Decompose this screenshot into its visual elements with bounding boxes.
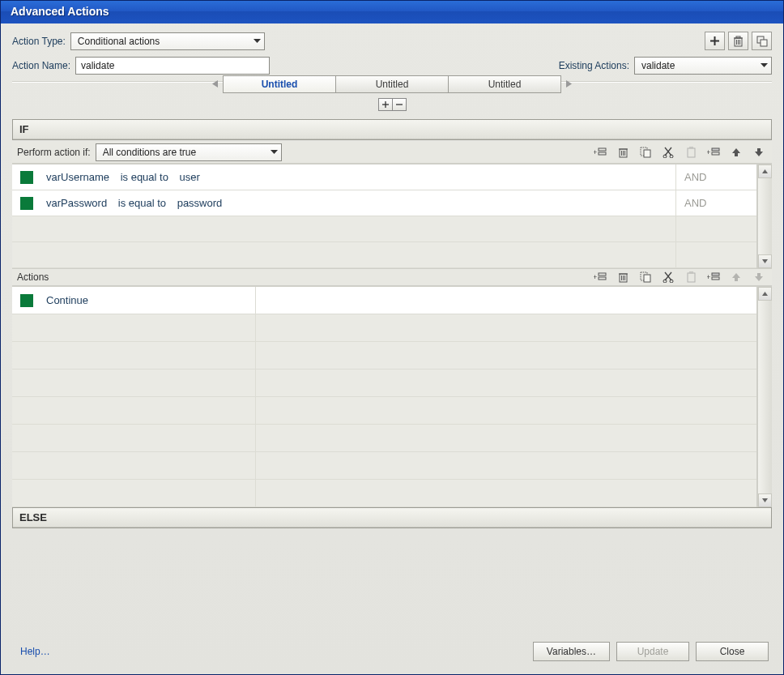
- svg-rect-20: [599, 152, 606, 155]
- scroll-down-icon[interactable]: [758, 254, 772, 268]
- existing-actions-dropdown[interactable]: validate: [634, 57, 772, 75]
- trash-icon: [618, 147, 628, 158]
- tab-untitled-1[interactable]: Untitled: [223, 75, 336, 93]
- action-row[interactable]: Continue: [12, 287, 756, 314]
- add-tab-button[interactable]: [378, 98, 393, 111]
- add-row-icon: +: [594, 271, 607, 283]
- move-action-down-button[interactable]: [752, 271, 765, 284]
- delete-action-row-button[interactable]: [616, 271, 629, 284]
- insert-row-icon: +: [707, 271, 720, 283]
- chevron-down-icon: [752, 63, 768, 68]
- close-button[interactable]: Close: [696, 642, 769, 661]
- action-type-dropdown[interactable]: Conditional actions: [70, 32, 265, 50]
- scroll-up-icon[interactable]: [758, 164, 772, 178]
- row-marker-icon: [20, 197, 33, 210]
- update-button[interactable]: Update: [616, 642, 689, 661]
- row-marker-icon: [20, 171, 33, 184]
- row-action-type: Action Type: Conditional actions: [12, 32, 772, 50]
- action-text: Continue: [41, 294, 255, 306]
- svg-rect-59: [712, 277, 719, 280]
- condition-row-empty[interactable]: [12, 216, 756, 242]
- paste-action-row-button[interactable]: [684, 271, 697, 284]
- move-condition-up-button[interactable]: [730, 146, 743, 159]
- action-type-value: Conditional actions: [78, 36, 160, 47]
- action-row-empty[interactable]: [12, 342, 756, 370]
- cut-action-row-button[interactable]: [662, 271, 675, 284]
- insert-row-icon: +: [707, 147, 720, 158]
- svg-marker-40: [762, 259, 768, 263]
- move-condition-down-button[interactable]: [752, 146, 765, 159]
- action-row-empty[interactable]: [12, 370, 756, 397]
- action-row-empty[interactable]: [12, 314, 756, 342]
- svg-rect-56: [689, 271, 693, 274]
- variables-button[interactable]: Variables…: [533, 642, 610, 661]
- insert-action-row-button[interactable]: +: [707, 271, 720, 284]
- if-panel-header: IF: [13, 120, 771, 139]
- decision-tabstrip: Untitled Untitled Untitled: [12, 75, 772, 93]
- actions-grid: Continue: [12, 287, 757, 507]
- tab-untitled-3[interactable]: Untitled: [448, 75, 561, 93]
- tab-scroll-left[interactable]: [207, 80, 223, 89]
- if-body: Perform action if: All conditions are tr…: [12, 142, 772, 507]
- trash-icon: [733, 36, 744, 47]
- tab-untitled-2[interactable]: Untitled: [335, 75, 449, 93]
- copy-action-row-button[interactable]: [639, 271, 652, 284]
- svg-text:+: +: [707, 148, 710, 156]
- arrow-down-icon: [754, 147, 764, 157]
- svg-rect-27: [644, 150, 650, 157]
- condition-join[interactable]: AND: [675, 164, 756, 190]
- action-name-value: validate: [81, 60, 114, 71]
- action-row-empty[interactable]: [12, 425, 756, 452]
- scroll-up-icon[interactable]: [758, 287, 772, 301]
- condition-join[interactable]: AND: [675, 190, 756, 216]
- add-condition-button[interactable]: +: [594, 146, 607, 159]
- condition-row[interactable]: varPassword is equal to password AND: [12, 190, 756, 216]
- cut-condition-button[interactable]: [662, 146, 675, 159]
- delete-condition-button[interactable]: [616, 146, 629, 159]
- insert-condition-button[interactable]: +: [707, 146, 720, 159]
- remove-tab-button[interactable]: [392, 98, 407, 111]
- delete-action-button[interactable]: [728, 32, 748, 50]
- actions-scrollbar[interactable]: [757, 287, 772, 507]
- action-row-empty[interactable]: [12, 480, 756, 507]
- conditions-grid: varUsername is equal to user AND varPass…: [12, 164, 757, 268]
- duplicate-action-button[interactable]: [752, 32, 772, 50]
- existing-actions-label: Existing Actions:: [559, 60, 629, 71]
- svg-marker-11: [761, 63, 768, 67]
- tab-scroll-right[interactable]: [561, 80, 577, 89]
- action-row-empty[interactable]: [12, 452, 756, 480]
- svg-marker-61: [755, 273, 763, 281]
- svg-marker-17: [271, 150, 278, 154]
- top-action-icons: [705, 32, 772, 50]
- arrow-up-icon: [731, 272, 741, 282]
- add-action-row-button[interactable]: +: [594, 271, 607, 284]
- actions-label: Actions: [17, 271, 49, 283]
- action-name-input[interactable]: validate: [75, 57, 270, 75]
- duplicate-icon: [756, 36, 768, 47]
- condition-row[interactable]: varUsername is equal to user AND: [12, 164, 756, 190]
- action-name-label: Action Name:: [12, 60, 70, 71]
- copy-icon: [640, 271, 651, 283]
- copy-icon: [640, 147, 651, 158]
- condition-text: varUsername is equal to user: [41, 171, 675, 183]
- add-row-icon: +: [594, 147, 607, 158]
- existing-actions-value: validate: [641, 60, 675, 71]
- scroll-down-icon[interactable]: [758, 493, 772, 507]
- paste-icon: [686, 271, 697, 283]
- dialog-footer: Help… Variables… Update Close: [12, 634, 772, 666]
- condition-row-empty[interactable]: [12, 242, 756, 268]
- add-action-button[interactable]: [705, 32, 725, 50]
- help-link[interactable]: Help…: [15, 646, 50, 657]
- move-action-up-button[interactable]: [730, 271, 743, 284]
- paste-condition-button[interactable]: [684, 146, 697, 159]
- svg-marker-38: [755, 148, 763, 156]
- action-params[interactable]: [255, 287, 756, 314]
- arrow-down-icon: [754, 272, 764, 282]
- window-title: Advanced Actions: [11, 5, 109, 18]
- action-row-empty[interactable]: [12, 397, 756, 425]
- else-panel[interactable]: ELSE: [12, 507, 772, 528]
- conditions-scrollbar[interactable]: [757, 164, 772, 268]
- svg-rect-36: [712, 152, 719, 155]
- copy-condition-button[interactable]: [639, 146, 652, 159]
- perform-if-dropdown[interactable]: All conditions are true: [96, 143, 282, 161]
